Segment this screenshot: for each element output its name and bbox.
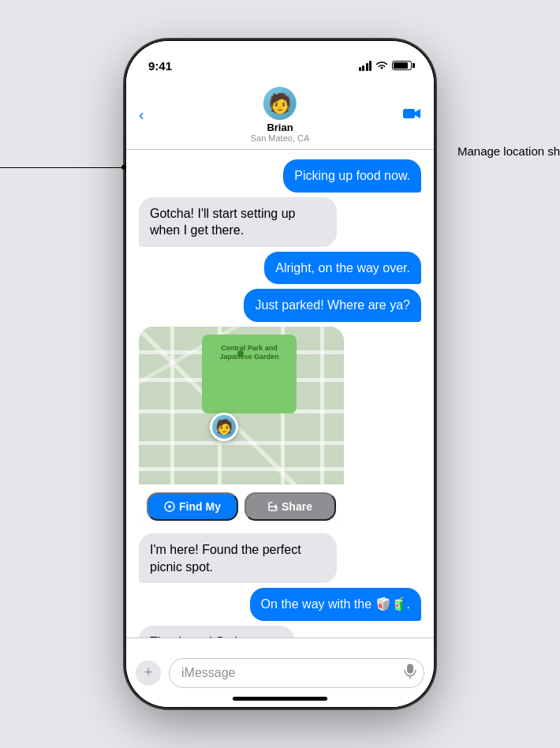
home-indicator — [233, 697, 327, 701]
wifi-icon — [375, 61, 388, 70]
map-bubble[interactable]: Central Park and Japanese Garden 🧑 Find … — [139, 327, 344, 529]
sent-bubble: Just parked! Where are ya? — [244, 289, 421, 322]
svg-rect-3 — [407, 664, 413, 673]
sent-bubble: Alright, on the way over. — [264, 252, 421, 285]
svg-point-2 — [168, 505, 171, 508]
contact-location: San Mateo, CA — [251, 133, 310, 143]
contact-name: Brian — [267, 122, 293, 133]
message-row-5: Central Park and Japanese Garden 🧑 Find … — [139, 327, 421, 529]
park-name: Central Park and Japanese Garden — [210, 344, 289, 361]
find-my-button[interactable]: Find My — [147, 492, 238, 521]
annotation-text: Manage location sharing. — [457, 144, 560, 159]
sent-bubble: On the way with the 🥡🧃. — [250, 588, 421, 621]
annotation-dot — [121, 165, 126, 170]
back-button[interactable]: ‹ — [139, 106, 144, 124]
share-icon — [268, 501, 278, 512]
message-row-4: Just parked! Where are ya? — [139, 289, 421, 322]
status-icons — [359, 61, 413, 71]
location-pin: 🧑 — [210, 413, 238, 441]
message-input[interactable] — [169, 658, 424, 688]
video-call-button[interactable] — [402, 105, 421, 125]
received-bubble: Gotcha! I'll start setting up when I get… — [139, 197, 337, 247]
map-buttons: Find My Share — [139, 484, 344, 529]
map-image: Central Park and Japanese Garden 🧑 — [139, 327, 344, 484]
conversation-header: ‹ 🧑 Brian San Mateo, CA — [126, 80, 434, 150]
annotation-line — [0, 167, 126, 168]
phone-frame: 9:41 ‹ — [126, 41, 434, 707]
contact-info[interactable]: 🧑 Brian San Mateo, CA — [251, 87, 310, 143]
message-row-8: Thank you! So hungry... — [139, 626, 421, 638]
message-row-2: Gotcha! I'll start setting up when I get… — [139, 197, 421, 247]
add-button[interactable]: + — [136, 660, 161, 686]
message-input-wrapper: iMessage — [169, 658, 424, 688]
sent-bubble: Picking up food now. — [283, 159, 421, 193]
avatar: 🧑 — [263, 87, 297, 120]
message-row-3: Alright, on the way over. — [139, 252, 421, 285]
messages-area: Picking up food now. Gotcha! I'll start … — [126, 150, 434, 638]
find-my-icon — [164, 501, 175, 512]
message-row-6: I'm here! Found the perfect picnic spot. — [139, 533, 421, 583]
status-bar: 9:41 — [126, 41, 434, 80]
signal-icon — [359, 61, 372, 71]
share-button[interactable]: Share — [245, 492, 336, 521]
received-bubble: Thank you! So hungry... — [139, 626, 294, 638]
message-row-7: On the way with the 🥡🧃. — [139, 588, 421, 621]
svg-rect-0 — [403, 109, 415, 118]
battery-icon — [392, 61, 412, 70]
message-row-1: Picking up food now. — [139, 159, 421, 193]
mic-icon[interactable] — [404, 663, 416, 683]
received-bubble: I'm here! Found the perfect picnic spot. — [139, 533, 337, 583]
status-time: 9:41 — [148, 59, 172, 73]
back-chevron-icon: ‹ — [139, 106, 144, 124]
